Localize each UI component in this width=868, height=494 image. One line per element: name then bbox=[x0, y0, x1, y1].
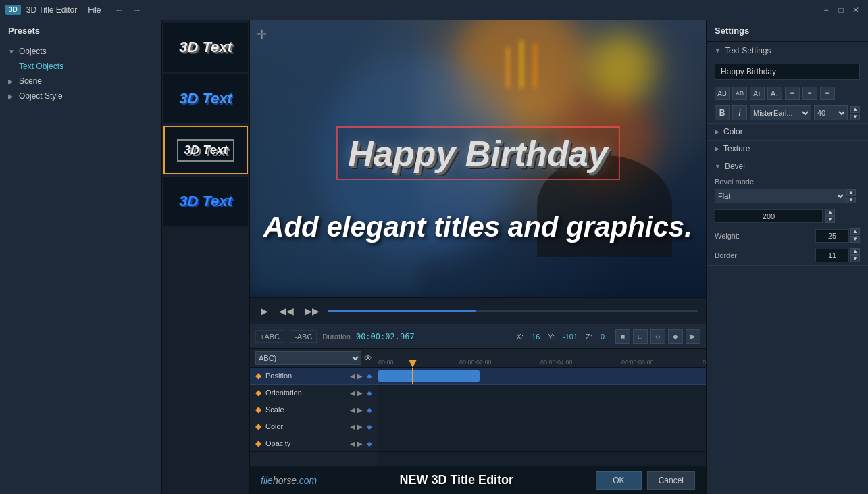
playhead bbox=[412, 368, 413, 384]
next-frame-btn[interactable]: ▶▶ bbox=[302, 304, 322, 318]
time-6: 00:00:06.00 bbox=[621, 359, 654, 366]
tl-icon-4[interactable]: ◆ bbox=[668, 329, 683, 344]
track-opacity[interactable]: ◆ Opacity ◀ ▶ ◆ bbox=[250, 435, 378, 452]
weight-down[interactable]: ▼ bbox=[850, 236, 860, 243]
fmt-align-left[interactable]: ≡ bbox=[785, 87, 800, 100]
font-size-down[interactable]: ▼ bbox=[850, 114, 860, 120]
window-controls: − □ ✕ bbox=[819, 3, 863, 17]
ok-button[interactable]: OK bbox=[596, 471, 641, 490]
weight-row: Weight: ▲ ▼ bbox=[707, 226, 868, 245]
add-text-btn[interactable]: +ABC bbox=[255, 330, 284, 343]
track-labels: ABC) 👁 ◆ Position ◀ ▶ ◆ ◆ Orientation ◀ … bbox=[250, 349, 378, 466]
watermark: filehorse.com bbox=[261, 475, 317, 486]
tl-icon-3[interactable]: ◇ bbox=[650, 329, 665, 344]
weight-spin: ▲ ▼ bbox=[850, 228, 860, 243]
preset-thumb-3[interactable]: 3D Text bbox=[163, 126, 248, 174]
texture-arrow: ▶ bbox=[715, 145, 719, 152]
texture-label: Texture bbox=[723, 144, 750, 153]
border-spin: ▲ ▼ bbox=[850, 248, 860, 262]
tl-icon-1[interactable]: ■ bbox=[615, 329, 630, 344]
track-scale[interactable]: ◆ Scale ◀ ▶ ◆ bbox=[250, 401, 378, 418]
preset-thumb-2[interactable]: 3D Text bbox=[163, 74, 248, 123]
z-label: Z: bbox=[586, 332, 592, 341]
sidebar-item-object-style[interactable]: ▶ Object Style bbox=[0, 89, 161, 103]
bold-button[interactable]: B bbox=[715, 105, 730, 120]
clip-row-3 bbox=[378, 401, 706, 418]
fmt-align-center[interactable]: ≡ bbox=[802, 87, 817, 100]
play-btn[interactable]: ▶ bbox=[258, 304, 271, 318]
orientation-arrows: ◀ ▶ bbox=[350, 389, 363, 397]
bevel-down[interactable]: ▼ bbox=[825, 216, 835, 223]
fmt-a-down[interactable]: A↓ bbox=[767, 87, 782, 100]
texture-section[interactable]: ▶ Texture bbox=[707, 141, 868, 157]
objects-label: Objects bbox=[19, 47, 47, 56]
maximize-button[interactable]: □ bbox=[834, 3, 848, 17]
bevel-label: Bevel bbox=[725, 162, 745, 171]
orientation-key: ◆ bbox=[255, 388, 261, 397]
sidebar-item-text-objects[interactable]: Text Objects bbox=[0, 59, 161, 74]
watermark-dot: .com bbox=[297, 475, 317, 486]
minimize-button[interactable]: − bbox=[819, 3, 833, 17]
fmt-ab-1[interactable]: AB bbox=[715, 87, 730, 100]
cancel-button[interactable]: Cancel bbox=[647, 471, 695, 490]
text-settings-section: ▼ Text Settings AB AB A↑ A↓ ≡ ≡ ≡ B I Mi… bbox=[707, 42, 868, 124]
tl-icon-5[interactable]: ▶ bbox=[686, 329, 700, 344]
track-eye-icon[interactable]: 👁 bbox=[364, 353, 372, 363]
fmt-ab-2[interactable]: AB bbox=[732, 87, 747, 100]
border-up[interactable]: ▲ bbox=[850, 248, 860, 255]
back-button[interactable]: ← bbox=[112, 4, 127, 16]
scale-end: ◆ bbox=[367, 406, 372, 414]
italic-button[interactable]: I bbox=[732, 105, 747, 120]
fmt-align-right[interactable]: ≡ bbox=[820, 87, 835, 100]
orientation-end: ◆ bbox=[367, 389, 372, 397]
border-down[interactable]: ▼ bbox=[850, 255, 860, 262]
color-key: ◆ bbox=[255, 422, 261, 431]
text-settings-header[interactable]: ▼ Text Settings bbox=[707, 42, 868, 59]
close-button[interactable]: ✕ bbox=[849, 3, 863, 17]
opacity-label: Opacity bbox=[265, 439, 346, 447]
format-row: AB AB A↑ A↓ ≡ ≡ ≡ bbox=[707, 84, 868, 103]
bevel-value-row: ▲ ▼ bbox=[707, 206, 868, 226]
object-style-arrow: ▶ bbox=[8, 93, 15, 100]
preset-thumb-1[interactable]: 3D Text bbox=[163, 23, 248, 72]
bevel-mode-select[interactable]: Flat bbox=[715, 189, 846, 203]
sidebar-item-objects[interactable]: ▼ Objects bbox=[0, 44, 161, 59]
bevel-mode-up[interactable]: ▲ bbox=[846, 189, 856, 196]
bevel-mode-label: Bevel mode bbox=[707, 175, 868, 189]
track-orientation[interactable]: ◆ Orientation ◀ ▶ ◆ bbox=[250, 385, 378, 401]
border-label: Border: bbox=[715, 251, 739, 260]
orientation-label: Orientation bbox=[265, 389, 346, 397]
sidebar-item-scene[interactable]: ▶ Scene bbox=[0, 74, 161, 89]
remove-text-btn[interactable]: -ABC bbox=[290, 330, 317, 343]
weight-input[interactable] bbox=[815, 229, 849, 243]
bottom-btns: OK Cancel bbox=[596, 471, 695, 490]
bevel-num-input[interactable] bbox=[715, 209, 823, 223]
font-select[interactable]: MisterEarl... bbox=[750, 105, 811, 120]
font-size-select[interactable]: 40 bbox=[814, 105, 848, 120]
position-label: Position bbox=[265, 372, 346, 380]
track-color[interactable]: ◆ Color ◀ ▶ ◆ bbox=[250, 418, 378, 435]
file-menu[interactable]: File bbox=[88, 5, 101, 15]
weight-up[interactable]: ▲ bbox=[850, 228, 860, 235]
opacity-arrows: ◀ ▶ bbox=[350, 440, 363, 447]
watermark-main: file bbox=[261, 475, 273, 486]
forward-button[interactable]: → bbox=[130, 4, 145, 16]
bevel-header[interactable]: ▼ Bevel bbox=[707, 157, 868, 175]
presets-thumbs: 3D Text 3D Text 3D Text 3D Text bbox=[162, 20, 250, 494]
progress-bar[interactable] bbox=[328, 310, 698, 312]
text-content-input[interactable] bbox=[715, 64, 860, 80]
bevel-mode-down[interactable]: ▼ bbox=[846, 197, 856, 203]
tl-icon-2[interactable]: □ bbox=[633, 329, 648, 344]
clip-bar-1[interactable] bbox=[378, 370, 480, 382]
prev-frame-btn[interactable]: ◀◀ bbox=[276, 304, 297, 318]
bevel-up[interactable]: ▲ bbox=[825, 209, 835, 216]
track-position[interactable]: ◆ Position ◀ ▶ ◆ bbox=[250, 368, 378, 385]
track-select[interactable]: ABC) bbox=[255, 351, 361, 365]
preset-thumb-4[interactable]: 3D Text bbox=[163, 177, 248, 226]
border-input[interactable] bbox=[815, 249, 849, 262]
fmt-a-up[interactable]: A↑ bbox=[750, 87, 765, 100]
font-size-up[interactable]: ▲ bbox=[850, 106, 860, 113]
border-value-group: ▲ ▼ bbox=[815, 248, 860, 262]
color-section[interactable]: ▶ Color bbox=[707, 124, 868, 141]
settings-header: Settings bbox=[707, 20, 868, 42]
